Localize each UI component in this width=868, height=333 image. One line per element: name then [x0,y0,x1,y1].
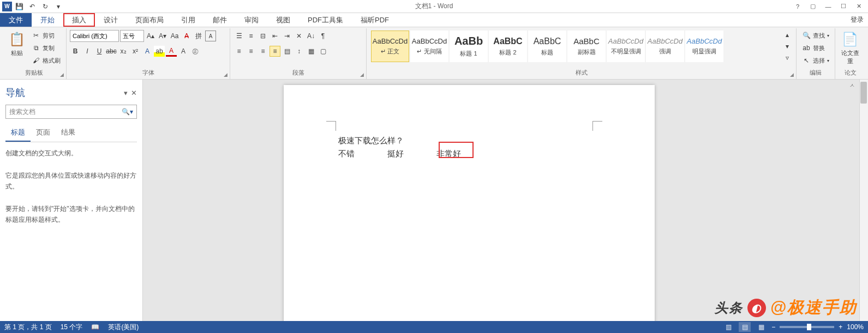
italic-button[interactable]: I [82,46,93,57]
subscript-button[interactable]: x₂ [118,46,129,57]
document-area[interactable]: ㅅ 极速下载怎么样？ 不错 挺好 非常好 [143,80,868,321]
tab-开始[interactable]: 开始 [32,13,63,27]
nav-search-input[interactable]: 搜索文档 🔍▾ [5,105,137,119]
styles-scroll-down-icon[interactable]: ▾ [782,41,793,52]
view-read-mode-button[interactable]: ▥ [722,322,734,332]
highlight-button[interactable]: ab [154,46,165,57]
font-name-combo[interactable]: Calibri (西文) [70,30,119,42]
styles-launcher-icon[interactable]: ◢ [788,71,795,78]
change-case-button[interactable]: Aa [169,31,180,41]
style-标题[interactable]: AaBbC标题 [528,31,566,62]
minimize-button[interactable]: — [821,1,835,12]
style-标题 1[interactable]: AaBb标题 1 [450,31,488,62]
character-border-button[interactable]: A [205,31,216,41]
vertical-scrollbar[interactable] [859,80,868,321]
style-强调[interactable]: AaBbCcDd强调 [646,31,684,62]
asian-layout-button[interactable]: ✕ [294,31,304,41]
format-painter-button[interactable]: 🖌格式刷 [29,55,63,66]
font-size-combo[interactable]: 五号 [120,30,144,42]
nav-tab-标题[interactable]: 标题 [5,124,31,142]
replace-button[interactable]: ab替换 [800,42,831,54]
font-color-button[interactable]: A [166,46,177,57]
phonetic-guide-button[interactable]: 拼 [193,31,204,41]
shading-button[interactable]: ▦ [306,46,316,57]
style-↵ 无间隔[interactable]: AaBbCcDd↵ 无间隔 [410,31,448,62]
paste-button[interactable]: 📋 粘贴 [5,29,28,58]
tab-插入[interactable]: 插入 [63,13,95,27]
zoom-out-button[interactable]: − [771,323,775,331]
tab-引用[interactable]: 引用 [172,13,204,27]
enclose-characters-button[interactable]: ㊣ [190,46,201,57]
multilevel-list-button[interactable]: ⊟ [258,31,268,41]
nav-close-button[interactable]: ✕ [131,89,137,97]
page[interactable]: 极速下载怎么样？ 不错 挺好 非常好 [284,85,655,321]
styles-expand-icon[interactable]: ▿ [782,52,793,63]
zoom-slider[interactable] [780,326,834,328]
style-明显强调[interactable]: AaBbCcDd明显强调 [685,31,723,62]
line-spacing-button[interactable]: ↕ [294,46,304,57]
cut-button[interactable]: ✂剪切 [29,29,63,41]
maximize-button[interactable]: ☐ [836,1,851,12]
help-button[interactable]: ? [791,1,805,12]
font-launcher-icon[interactable]: ◢ [222,71,229,78]
style-不明显强调[interactable]: AaBbCcDd不明显强调 [607,31,645,62]
view-print-layout-button[interactable]: ▤ [739,322,751,332]
qat-customize-icon[interactable]: ▾ [52,1,64,13]
clipboard-launcher-icon[interactable]: ◢ [58,71,65,78]
align-right-button[interactable]: ≡ [258,46,268,57]
tab-页面布局[interactable]: 页面布局 [127,13,172,27]
styles-scroll-up-icon[interactable]: ▴ [782,29,793,40]
show-hide-button[interactable]: ¶ [318,31,328,41]
paper-check-button[interactable]: 📄 论文查重 [839,29,861,66]
tab-视图[interactable]: 视图 [267,13,299,27]
find-button[interactable]: 🔍查找▾ [800,29,831,41]
nav-tab-结果[interactable]: 结果 [56,124,81,142]
style-↵ 正文[interactable]: AaBbCcDd↵ 正文 [371,31,409,62]
ribbon-display-button[interactable]: ▢ [806,1,820,12]
superscript-button[interactable]: x² [130,46,141,57]
borders-button[interactable]: ▢ [318,46,328,57]
collapse-ribbon-icon[interactable]: ㅅ [847,80,857,92]
save-button[interactable]: 💾 [13,1,25,13]
distributed-button[interactable]: ▤ [282,46,292,57]
clear-formatting-button[interactable]: A̶ [181,31,192,41]
increase-indent-button[interactable]: ⇥ [282,31,292,41]
underline-button[interactable]: U [94,46,105,57]
shrink-font-button[interactable]: A▾ [157,31,168,41]
style-标题 2[interactable]: AaBbC标题 2 [489,31,527,62]
align-left-button[interactable]: ≡ [234,46,244,57]
zoom-slider-thumb[interactable] [807,324,811,330]
status-proofing-icon[interactable]: 📖 [91,323,99,331]
select-button[interactable]: ↖选择▾ [800,55,831,66]
tab-审阅[interactable]: 审阅 [236,13,267,27]
tab-福昕PDF[interactable]: 福昕PDF [352,13,398,27]
text-effects-button[interactable]: A [142,46,153,57]
sort-button[interactable]: A↓ [306,31,316,41]
status-page[interactable]: 第 1 页，共 1 页 [4,323,52,332]
close-button[interactable]: ✕ [852,1,866,12]
undo-button[interactable]: ↶ [26,1,38,13]
strikethrough-button[interactable]: abc [106,46,117,57]
scrollbar-thumb[interactable] [860,82,867,104]
redo-button[interactable]: ↻ [39,1,51,13]
tab-file[interactable]: 文件 [0,13,32,27]
tab-PDF工具集[interactable]: PDF工具集 [299,13,352,27]
copy-button[interactable]: ⧉复制 [29,42,63,54]
paragraph-launcher-icon[interactable]: ◢ [358,71,365,78]
tab-邮件[interactable]: 邮件 [204,13,236,27]
nav-tab-页面[interactable]: 页面 [31,124,56,142]
justify-button[interactable]: ≡ [270,46,280,57]
bold-button[interactable]: B [70,46,81,57]
align-center-button[interactable]: ≡ [246,46,256,57]
status-word-count[interactable]: 15 个字 [61,323,83,332]
nav-dropdown-icon[interactable]: ▾ [124,89,128,97]
character-shading-button[interactable]: A [178,46,189,57]
zoom-in-button[interactable]: + [839,323,842,331]
decrease-indent-button[interactable]: ⇤ [270,31,280,41]
style-副标题[interactable]: AaBbC副标题 [567,31,606,62]
status-language[interactable]: 英语(美国) [108,323,139,332]
tab-设计[interactable]: 设计 [95,13,127,27]
grow-font-button[interactable]: A▴ [145,31,156,41]
zoom-level[interactable]: 100% [847,323,864,331]
numbering-button[interactable]: ≡ [246,31,256,41]
